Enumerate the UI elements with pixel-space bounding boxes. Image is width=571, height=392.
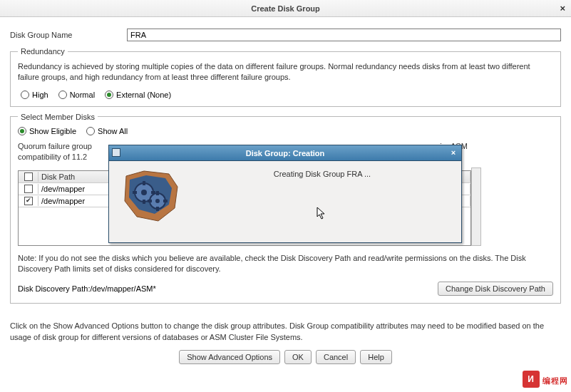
radio-icon: [86, 127, 95, 135]
redundancy-external-radio[interactable]: External (None): [105, 91, 171, 99]
modal-titlebar: Disk Group: Creation ×: [109, 145, 461, 161]
modal-close-icon[interactable]: ×: [448, 148, 458, 158]
disk-group-name-label: Disk Group Name: [10, 31, 127, 39]
modal-title: Disk Group: Creation: [246, 149, 325, 158]
svg-rect-8: [156, 207, 159, 211]
watermark: И编程网: [523, 369, 568, 388]
redundancy-high-radio[interactable]: High: [21, 91, 48, 99]
change-discovery-path-button[interactable]: Change Disk Discovery Path: [438, 282, 553, 296]
show-advanced-options-button[interactable]: Show Advanced Options: [179, 350, 280, 364]
discovery-path-label: Disk Discovery Path:/dev/mapper/ASM*: [18, 284, 156, 293]
radio-label: Normal: [70, 91, 95, 99]
gears-icon: [119, 165, 183, 229]
radio-icon: [58, 91, 67, 99]
show-eligible-radio[interactable]: Show Eligible: [18, 127, 76, 135]
modal-message: Creating Disk Group FRA ...: [193, 165, 451, 178]
svg-rect-2: [143, 200, 145, 204]
help-button[interactable]: Help: [360, 350, 392, 364]
redundancy-group: Redundancy Redundancy is achieved by sto…: [10, 47, 561, 107]
svg-rect-1: [143, 181, 145, 185]
row-checkbox[interactable]: [24, 185, 33, 193]
svg-point-5: [141, 190, 147, 195]
window-title: Create Disk Group: [251, 4, 320, 13]
cancel-button[interactable]: Cancel: [316, 350, 356, 364]
radio-icon: [18, 127, 26, 135]
quorum-note-left: Quorum failure group: [18, 142, 92, 150]
row-checkbox[interactable]: [24, 197, 33, 205]
member-disks-legend: Select Member Disks: [18, 113, 98, 121]
discovery-note: Note: If you do not see the disks which …: [18, 253, 553, 275]
disk-group-name-input[interactable]: [127, 29, 561, 41]
bottom-description: Click on the Show Advanced Options butto…: [0, 321, 571, 343]
table-scrollbar[interactable]: [471, 167, 481, 246]
redundancy-legend: Redundancy: [18, 47, 68, 56]
svg-rect-7: [156, 191, 159, 195]
show-all-radio[interactable]: Show All: [86, 127, 128, 135]
close-icon[interactable]: ×: [560, 3, 565, 14]
svg-point-11: [155, 199, 160, 203]
main-titlebar: Create Disk Group ×: [0, 0, 571, 17]
svg-rect-10: [163, 200, 168, 202]
quorum-note-line2: compatibility of 11.2: [18, 153, 87, 161]
progress-dialog: Disk Group: Creation × Creating Disk Gro…: [108, 145, 462, 243]
radio-label: Show Eligible: [29, 127, 76, 135]
radio-icon: [21, 91, 29, 99]
redundancy-description: Redundancy is achieved by storing multip…: [18, 61, 553, 83]
radio-label: Show All: [98, 127, 128, 135]
radio-label: High: [32, 91, 48, 99]
svg-rect-9: [148, 200, 152, 202]
svg-rect-3: [133, 191, 137, 194]
radio-label: External (None): [116, 91, 171, 99]
header-checkbox[interactable]: [24, 172, 33, 181]
modal-icon: [112, 148, 120, 157]
ok-button[interactable]: OK: [284, 350, 312, 364]
radio-icon: [105, 91, 113, 99]
watermark-logo-icon: И: [523, 371, 540, 388]
redundancy-normal-radio[interactable]: Normal: [58, 91, 95, 99]
